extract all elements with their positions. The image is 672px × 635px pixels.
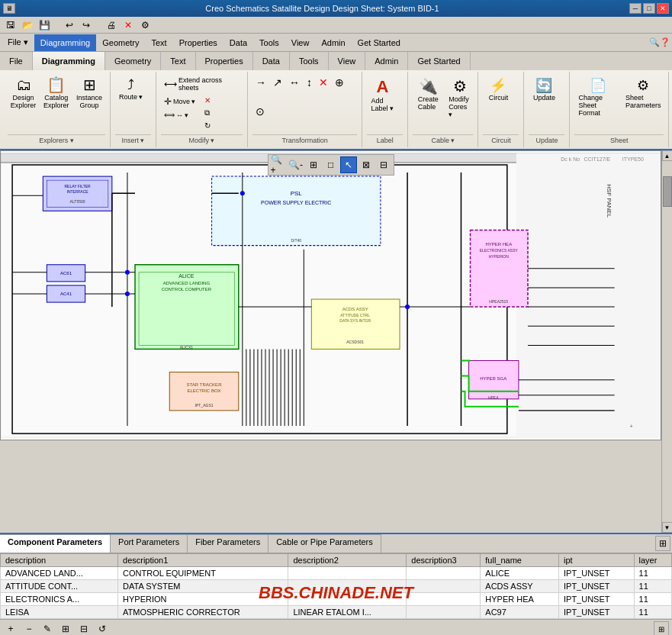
move-button[interactable]: ✛ Move ▾ — [161, 95, 199, 108]
menu-admin[interactable]: Admin — [315, 34, 351, 51]
ribbon-tab-data[interactable]: Data — [253, 52, 290, 70]
add-row-button[interactable]: + — [3, 621, 18, 635]
delete-button[interactable]: ✕ — [201, 95, 214, 106]
flip-label: ↔ ▾ — [176, 111, 189, 119]
zoom-fit-button[interactable]: ⊞ — [305, 156, 322, 173]
table-row[interactable]: ATTITUDE CONT...DATA SYSTEMACDS ASSYIPT_… — [1, 580, 672, 593]
menu-text[interactable]: Text — [146, 34, 173, 51]
modify-cores-button[interactable]: ⚙ ModifyCores ▾ — [445, 75, 475, 121]
ribbon-tab-admin[interactable]: Admin — [365, 52, 408, 70]
stop-button[interactable]: ✕ — [121, 18, 136, 32]
table-row[interactable]: ELECTRONICS A...HYPERIONHYPER HEAIPT_UNS… — [1, 593, 672, 606]
ribbon-tab-geometry[interactable]: Geometry — [105, 52, 161, 70]
zoom-in-button[interactable]: 🔍+ — [270, 156, 287, 173]
table-right-panel-button[interactable]: ⊞ — [654, 621, 669, 635]
svg-text:HYPERION: HYPERION — [489, 254, 510, 259]
tab-cable-pipe-parameters[interactable]: Cable or Pipe Parameters — [268, 534, 381, 553]
open-button[interactable]: 📂 — [20, 18, 35, 32]
svg-text:AC61: AC61 — [60, 271, 72, 276]
transform-btn1[interactable]: → — [252, 75, 269, 90]
table-options-button[interactable]: ⊞ — [58, 621, 73, 635]
parameters-table[interactable]: description description1 description2 de… — [0, 553, 672, 619]
scroll-up-button[interactable]: ▲ — [662, 150, 673, 161]
menu-properties[interactable]: Properties — [173, 34, 223, 51]
menu-view[interactable]: View — [285, 34, 316, 51]
cell-ipt: IPT_UNSET — [558, 580, 634, 593]
print-button[interactable]: 🖨 — [104, 18, 119, 32]
svg-text:ACSDS01: ACSDS01 — [346, 340, 364, 344]
cell-full_name: HYPER HEA — [481, 593, 559, 606]
add-label-text: AddLabel ▾ — [371, 97, 394, 112]
add-label-button[interactable]: A AddLabel ▾ — [367, 75, 397, 114]
new-button[interactable]: 🖫 — [3, 18, 18, 32]
transform-btn3[interactable]: ↔ — [286, 75, 303, 90]
transform-btn2[interactable]: ↗ — [270, 75, 285, 90]
select-button[interactable]: ↖ — [340, 156, 357, 173]
ribbon-tab-properties[interactable]: Properties — [196, 52, 253, 70]
edit-button[interactable]: ✎ — [40, 621, 55, 635]
schematic-canvas[interactable]: 🔍+ 🔍- ⊞ □ ↖ ⊠ ⊟ Dc k No — [0, 150, 661, 440]
help-button[interactable]: ❓ — [660, 37, 670, 47]
search-help-button[interactable]: 🔍 — [649, 37, 660, 47]
extend-across-sheets-button[interactable]: ⟷ Extend across sheets — [161, 75, 243, 93]
zoom-out-button[interactable]: 🔍- — [288, 156, 304, 173]
circuit-btn[interactable]: ⚡ Circuit — [483, 75, 513, 104]
transform-btn7[interactable]: ⊙ — [252, 104, 268, 119]
minus-button[interactable]: ⊟ — [375, 156, 392, 173]
menu-file[interactable]: File ▾ — [2, 34, 34, 51]
tab-fiber-parameters[interactable]: Fiber Parameters — [188, 534, 268, 553]
svg-text:ELECTRONICS ASSY: ELECTRONICS ASSY — [480, 248, 519, 253]
refresh-table-button[interactable]: ↺ — [95, 621, 110, 635]
flip-button[interactable]: ⟺ ↔ ▾ — [161, 109, 199, 121]
table-row[interactable]: LEISAATMOSPHERIC CORRECTORLINEAR ETALOM … — [1, 606, 672, 619]
close-button[interactable]: ✕ — [657, 3, 669, 14]
menu-geometry[interactable]: Geometry — [96, 34, 145, 51]
parameter-tabs: Component Parameters Port Parameters Fib… — [0, 534, 672, 553]
transform-btn6[interactable]: ⊕ — [332, 75, 347, 90]
zoom-window-button[interactable]: □ — [323, 156, 339, 173]
table-row[interactable]: ADVANCED LAND...CONTROL EQUIPMENTALICEIP… — [1, 567, 672, 580]
route-button[interactable]: ⤴ Route ▾ — [115, 75, 147, 103]
scroll-thumb[interactable] — [663, 176, 672, 207]
cross-button[interactable]: ⊠ — [358, 156, 375, 173]
ribbon-tab-diagramming[interactable]: Diagramming — [33, 52, 105, 70]
maximize-button[interactable]: □ — [643, 3, 655, 14]
ribbon-tab-get-started[interactable]: Get Started — [408, 52, 470, 70]
menu-tools[interactable]: Tools — [253, 34, 285, 51]
transform-btn5[interactable]: ✕ — [316, 75, 331, 90]
scroll-track[interactable] — [662, 161, 672, 522]
instance-group-button[interactable]: ⊞ InstanceGroup — [73, 75, 105, 111]
change-sheet-format-button[interactable]: 📄 ChangeSheet Format — [574, 75, 621, 119]
remove-row-button[interactable]: − — [21, 621, 37, 635]
instance-group-label: InstanceGroup — [76, 94, 102, 109]
rotate-button[interactable]: ↻ — [201, 120, 214, 131]
ribbon-tab-file[interactable]: File — [0, 52, 33, 70]
save-button[interactable]: 💾 — [37, 18, 52, 32]
cell-description2: LINEAR ETALOM I... — [288, 606, 407, 619]
redo-button[interactable]: ↪ — [79, 18, 94, 32]
ribbon-tab-tools[interactable]: Tools — [290, 52, 329, 70]
undo-button[interactable]: ↩ — [62, 18, 77, 32]
cell-description3 — [407, 567, 481, 580]
catalog-explorer-button[interactable]: 📋 CatalogExplorer — [40, 75, 72, 111]
sheet-parameters-button[interactable]: ⚙ SheetParameters — [622, 75, 664, 111]
ribbon-tab-text[interactable]: Text — [161, 52, 195, 70]
tab-port-parameters[interactable]: Port Parameters — [111, 534, 188, 553]
menu-diagramming[interactable]: Diagramming — [34, 34, 96, 51]
scroll-down-button[interactable]: ▼ — [662, 522, 673, 533]
ribbon-tab-view[interactable]: View — [329, 52, 366, 70]
panel-corner-button[interactable]: ⊞ — [655, 536, 670, 551]
minimize-button[interactable]: ─ — [629, 3, 641, 14]
table-export-button[interactable]: ⊟ — [76, 621, 92, 635]
tab-component-parameters[interactable]: Component Parameters — [0, 534, 111, 553]
menu-get-started[interactable]: Get Started — [352, 34, 407, 51]
copy-button[interactable]: ⧉ — [201, 107, 214, 119]
transform-btn4[interactable]: ↕ — [304, 75, 315, 90]
settings-button[interactable]: ⚙ — [137, 18, 153, 32]
create-cable-button[interactable]: 🔌 CreateCable — [413, 75, 443, 113]
menu-data[interactable]: Data — [223, 34, 253, 51]
canvas-vertical-scrollbar[interactable]: ▲ ▼ — [661, 150, 672, 533]
design-explorer-button[interactable]: 🗂 DesignExplorer — [8, 75, 39, 111]
menu-bar: File ▾ Diagramming Geometry Text Propert… — [0, 34, 672, 52]
update-btn[interactable]: 🔄 Update — [529, 75, 559, 104]
